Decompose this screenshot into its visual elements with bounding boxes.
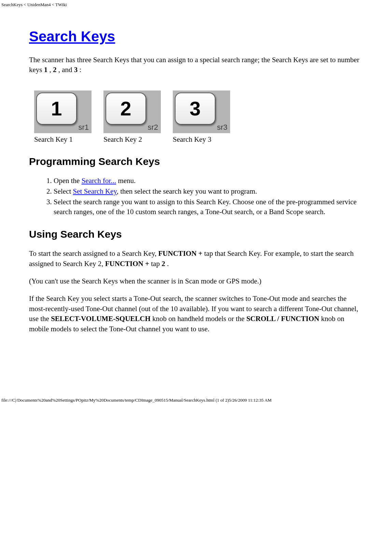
key-caption-3: Search Key 3 (173, 135, 230, 144)
using-p1-b1: FUNCTION + (158, 249, 202, 258)
key-image-3: 3 sr3 (173, 91, 230, 133)
key-images-row: 1 sr1 Search Key 1 2 sr2 Search Key 2 3 … (29, 91, 363, 144)
using-p3-mid: knob on handheld models or the (151, 315, 247, 323)
intro-sep-2: , and (57, 66, 74, 74)
key-image-1: 1 sr1 (34, 91, 92, 133)
using-p1-pre: To start the search assigned to a Search… (29, 249, 158, 258)
step-1: Open the Search for... menu. (54, 176, 363, 185)
key-number-2: 2 (53, 66, 57, 74)
key-button-1: 1 (36, 93, 77, 125)
key-cell-1: 1 sr1 Search Key 1 (34, 91, 92, 144)
key-sr-label-1: sr1 (78, 123, 89, 132)
using-p1-b2: FUNCTION + (105, 260, 149, 268)
key-image-2: 2 sr2 (103, 91, 161, 133)
heading-programming: Programming Search Keys (29, 156, 363, 167)
key-caption-2: Search Key 2 (103, 135, 161, 144)
step-1-post: menu. (116, 177, 136, 185)
step-2: Select Set Search Key, then select the s… (54, 186, 363, 196)
key-button-3: 3 (175, 93, 215, 125)
step-3: Select the search range you want to assi… (54, 197, 363, 217)
page-title[interactable]: Search Keys (29, 28, 363, 45)
using-p3-b2: SCROLL / FUNCTION (246, 315, 319, 323)
using-paragraph-3: If the Search Key you select starts a To… (29, 294, 363, 334)
key-sr-label-3: sr3 (217, 123, 227, 132)
key-sr-label-2: sr2 (148, 123, 158, 132)
using-p1-end: . (165, 260, 169, 268)
using-p1-b3: 2 (162, 260, 165, 268)
footer-file-path: file:///C|/Documents%20and%20Settings/PO… (0, 396, 392, 404)
key-button-2: 2 (106, 93, 146, 125)
key-number-1: 1 (44, 66, 48, 74)
intro-suffix: : (78, 66, 81, 74)
using-p1-mid2: tap (149, 260, 162, 268)
key-number-3: 3 (74, 66, 78, 74)
heading-using: Using Search Keys (29, 228, 363, 240)
key-cell-3: 3 sr3 Search Key 3 (173, 91, 230, 144)
key-caption-1: Search Key 1 (34, 135, 92, 144)
header-breadcrumb: SearchKeys < UnidenMan4 < TWiki (0, 0, 392, 10)
step-2-post: , then select the search key you want to… (117, 187, 257, 195)
content-area: Search Keys The scanner has three Search… (0, 10, 392, 348)
step-2-pre: Select (54, 187, 73, 195)
key-cell-2: 2 sr2 Search Key 2 (103, 91, 161, 144)
search-for-link[interactable]: Search for... (82, 177, 116, 185)
intro-sep-1: , (47, 66, 53, 74)
set-search-key-link[interactable]: Set Search Key (73, 187, 117, 195)
using-paragraph-2: (You can't use the Search Keys when the … (29, 276, 363, 286)
programming-steps: Open the Search for... menu. Select Set … (29, 176, 363, 217)
step-1-pre: Open the (54, 177, 82, 185)
intro-paragraph: The scanner has three Search Keys that y… (29, 55, 363, 75)
using-p3-b1: SELECT-VOLUME-SQUELCH (51, 315, 151, 323)
using-paragraph-1: To start the search assigned to a Search… (29, 249, 363, 269)
